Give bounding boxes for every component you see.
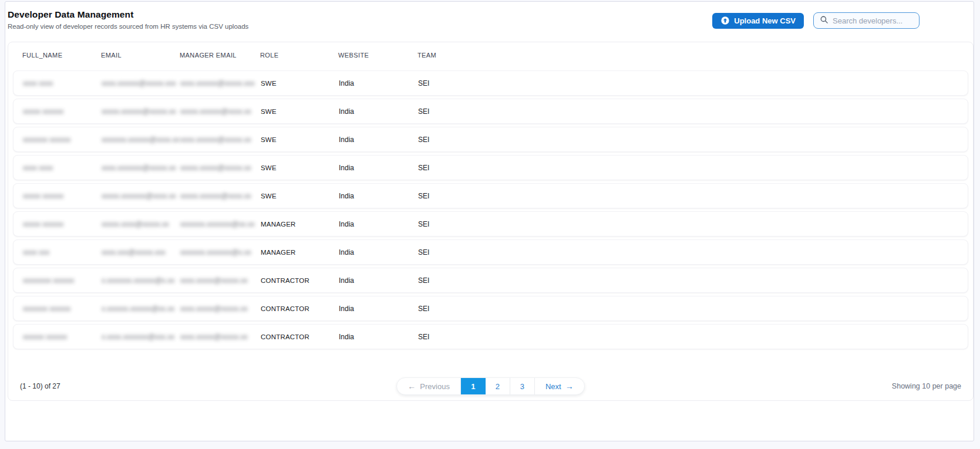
cell-website: India [339,248,418,256]
cell-role: CONTRACTOR [261,277,339,284]
developers-table: FULL_NAME EMAIL MANAGER EMAIL ROLE WEBSI… [8,42,974,401]
cell-website: India [339,333,418,341]
column-header-team: TEAM [417,52,964,59]
cell-role: SWE [261,164,339,171]
table-row: xxxxxxxx xxxxxxx.xxxxxxx.xxxxxx@x.xxxxxx… [13,268,968,293]
cell-role: SWE [261,108,339,115]
search-input[interactable] [833,16,913,25]
cell-website: India [339,136,418,144]
cell-manager-email: xxxx.xxxxx@xxxxx.xx [180,305,261,313]
cell-email: x.xxxxxxx.xxxxxx@x.xx [102,276,180,285]
table-row: xxxx xxxxxxxx.xxxxxx@xxxxx.xxxxxxx.xxxxx… [13,70,968,96]
next-label: Next [545,382,561,391]
cell-manager-email: xxxxx.xxxxxx@xxxx.xx [180,192,261,200]
cell-team: SEI [418,192,968,200]
cell-team: SEI [418,220,968,228]
next-page-button[interactable]: Next → [535,378,584,394]
pagination: ← Previous 1 2 3 Next → [396,377,584,395]
cell-full-name: xxxxxx xxxxxx [23,333,102,341]
cell-email: x.xxxx.xxxxxxx@xxx.xx [102,333,180,341]
table-row: xxxx xxxxxxxx.xxxxxxx@xxxxx.xxxxxxx.xxxx… [13,155,968,180]
page-button-3[interactable]: 3 [510,378,535,394]
cell-role: SWE [261,193,339,200]
cell-website: India [339,276,418,285]
upload-button-label: Upload New CSV [734,16,796,25]
column-header-full-name: FULL_NAME [22,52,101,59]
cell-team: SEI [418,136,968,144]
arrow-left-icon: ← [408,382,416,390]
cell-full-name: xxxx xxx [23,248,102,256]
cell-email: xxxxx.xxxxxxx@xxxx.xx [102,192,180,200]
cell-team: SEI [418,79,968,87]
cell-team: SEI [418,333,968,341]
cell-manager-email: xxxxxxx.xxxxxxx@x.xx [180,248,261,256]
cell-email: x.xxxxxx.xxxxxx@xx.xx [102,305,180,313]
cell-manager-email: xxxxx.xxxxx@xxxxx.xx [180,164,261,172]
cell-manager-email: xxxxx.xxxxxx@xxxx.xx [180,107,261,116]
per-page-label: Showing 10 per page [585,382,961,390]
cell-full-name: xxxx xxxx [23,164,102,172]
cell-email: xxxxx.xxxxxx@xxxxx.xx [102,107,180,116]
cell-manager-email: xxxx.xxxxxx@xxxxx.xx [180,136,261,144]
cell-full-name: xxxx xxxx [23,79,102,87]
column-header-manager-email: MANAGER EMAIL [180,52,260,59]
table-row: xxxxxxx xxxxxxxxxxxxx.xxxxxx@xxxx.xxxxxx… [13,127,968,152]
cell-email: xxxxx.xxxx@xxxxx.xx [102,220,180,228]
table-row: xxxxxxx xxxxxxx.xxxxxx.xxxxxx@xx.xxxxxx.… [13,296,968,321]
cell-team: SEI [418,276,968,285]
row-range-label: (1 - 10) of 27 [20,382,396,390]
table-row: xxxxx xxxxxxxxxxx.xxxxxx@xxxxx.xxxxxxx.x… [13,99,968,124]
table-row: xxxxx xxxxxxxxxxx.xxxxxxx@xxxx.xxxxxxx.x… [13,183,968,208]
cell-manager-email: xxxxxxx.xxxxxxx@xx.xx [180,220,261,228]
table-row: xxxxxx xxxxxxx.xxxx.xxxxxxx@xxx.xxxxxx.x… [13,324,968,349]
cell-team: SEI [418,305,968,313]
cell-role: CONTRACTOR [261,305,339,312]
page-button-2[interactable]: 2 [486,378,510,394]
column-header-website: WEBSITE [338,52,417,59]
table-header-row: FULL_NAME EMAIL MANAGER EMAIL ROLE WEBSI… [8,47,973,63]
cell-manager-email: xxxx.xxxxx@xxxxx.xx [180,333,261,341]
table-footer: (1 - 10) of 27 ← Previous 1 2 3 Next → S… [8,377,973,395]
cell-full-name: xxxxx xxxxxx [23,192,102,200]
arrow-right-icon: → [565,382,574,390]
cell-website: India [339,107,418,116]
previous-label: Previous [420,382,450,391]
cell-email: xxxx.xxxxxx@xxxxx.xxx [102,79,180,87]
cell-role: SWE [261,136,339,143]
cell-email: xxxx.xxx@xxxxx.xxx [102,248,180,256]
table-row: xxxx xxxxxxx.xxx@xxxxx.xxxxxxxxxx.xxxxxx… [13,239,968,265]
cell-email: xxxxxxx.xxxxxx@xxxx.xx [102,136,180,144]
cell-email: xxxx.xxxxxxx@xxxxx.xx [102,164,180,172]
main-panel: Developer Data Management Read-only view… [5,1,974,441]
cell-role: CONTRACTOR [261,333,339,340]
upload-arrow-circle-icon [720,16,730,25]
search-icon [820,15,829,26]
cell-manager-email: xxxx.xxxxx@xxxxx.xx [180,276,261,285]
cell-team: SEI [418,164,968,172]
column-header-role: ROLE [260,52,338,59]
upload-new-csv-button[interactable]: Upload New CSV [712,13,804,29]
cell-role: MANAGER [261,221,339,228]
cell-website: India [339,79,418,87]
cell-full-name: xxxxxxx xxxxxx [23,136,102,144]
column-header-email: EMAIL [101,52,180,59]
cell-team: SEI [418,248,968,256]
cell-full-name: xxxxx xxxxxx [23,107,102,116]
cell-full-name: xxxxxxxx xxxxxx [23,276,102,285]
cell-website: India [339,305,418,313]
cell-website: India [339,192,418,200]
cell-team: SEI [418,107,968,116]
table-row: xxxxx xxxxxxxxxxx.xxxx@xxxxx.xxxxxxxxx.x… [13,211,968,237]
table-body: xxxx xxxxxxxx.xxxxxx@xxxxx.xxxxxxx.xxxxx… [8,70,973,349]
previous-page-button[interactable]: ← Previous [397,378,461,394]
cell-manager-email: xxxx.xxxxxx@xxxxx.xxx [180,79,261,87]
cell-role: MANAGER [261,249,339,256]
toolbar: Upload New CSV [712,12,920,29]
cell-role: SWE [261,80,339,87]
page-button-1[interactable]: 1 [461,378,486,394]
cell-full-name: xxxxx xxxxxx [23,220,102,228]
cell-website: India [339,164,418,172]
cell-full-name: xxxxxxx xxxxxx [23,305,102,313]
search-box [813,12,920,29]
cell-website: India [339,220,418,228]
